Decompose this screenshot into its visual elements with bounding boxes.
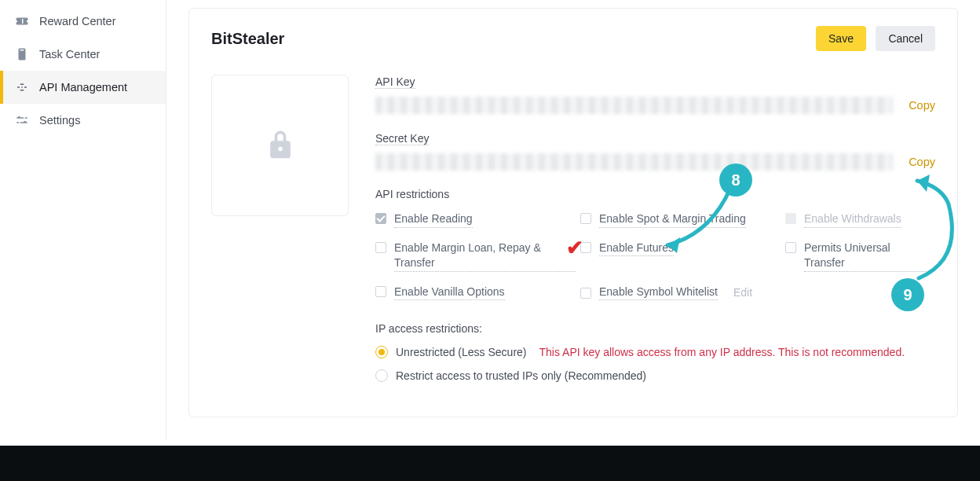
checkbox-icon[interactable] xyxy=(375,213,386,224)
radio-label: Restrict access to trusted IPs only (Rec… xyxy=(396,369,646,382)
checkbox-icon[interactable] xyxy=(580,213,591,224)
sidebar-item-label: Reward Center xyxy=(39,15,116,28)
edit-whitelist-link[interactable]: Edit xyxy=(733,286,752,299)
restriction-label: Enable Futures xyxy=(599,240,674,257)
restriction-label: Enable Vanilla Options xyxy=(394,285,505,301)
restriction-label: Enable Reading xyxy=(394,211,473,228)
cancel-button[interactable]: Cancel xyxy=(876,26,935,51)
restriction-enable-margin-loan[interactable]: Enable Margin Loan, Repay & Transfer xyxy=(375,240,576,272)
restriction-permits-universal-transfer[interactable]: Permits Universal Transfer xyxy=(785,240,927,272)
restriction-enable-reading[interactable]: Enable Reading xyxy=(375,211,576,228)
restrictions-grid: Enable Reading Enable Spot & Margin Trad… xyxy=(375,211,935,300)
sidebar-item-label: Task Center xyxy=(39,48,100,61)
radio-icon[interactable] xyxy=(375,369,388,382)
sidebar-item-reward-center[interactable]: Reward Center xyxy=(0,5,166,38)
api-key-field: API Key Copy xyxy=(375,75,935,114)
card-header: BitStealer Save Cancel xyxy=(211,26,935,51)
restriction-enable-symbol-whitelist[interactable]: Enable Symbol Whitelist Edit xyxy=(580,285,781,301)
ip-option-restricted[interactable]: Restrict access to trusted IPs only (Rec… xyxy=(375,369,935,382)
sidebar-item-task-center[interactable]: Task Center xyxy=(0,38,166,71)
restriction-enable-withdrawals[interactable]: Enable Withdrawals xyxy=(785,211,927,228)
ip-warning-text: This API key allows access from any IP a… xyxy=(539,346,905,358)
main-content: BitStealer Save Cancel API Key xyxy=(166,0,980,440)
checkbox-icon[interactable] xyxy=(375,242,386,253)
restriction-label: Permits Universal Transfer xyxy=(804,240,927,272)
secret-key-label: Secret Key xyxy=(375,132,429,145)
checkbox-icon[interactable] xyxy=(580,288,591,299)
restriction-enable-vanilla-options[interactable]: Enable Vanilla Options xyxy=(375,285,576,301)
restrictions-title: API restrictions xyxy=(375,188,935,200)
secret-key-value xyxy=(375,153,893,171)
api-key-value xyxy=(375,97,893,114)
restriction-enable-spot-margin[interactable]: Enable Spot & Margin Trading xyxy=(580,211,781,228)
copy-secret-key-button[interactable]: Copy xyxy=(909,156,935,168)
api-title: BitStealer xyxy=(211,30,284,48)
restriction-label: Enable Spot & Margin Trading xyxy=(599,211,746,228)
header-actions: Save Cancel xyxy=(816,26,935,51)
secret-key-field: Secret Key Copy xyxy=(375,131,935,171)
restriction-label: Enable Withdrawals xyxy=(804,211,901,228)
restriction-label: Enable Symbol Whitelist xyxy=(599,285,718,301)
page-footer xyxy=(0,446,980,481)
radio-label: Unrestricted (Less Secure) xyxy=(396,346,527,358)
sidebar-item-label: Settings xyxy=(39,114,80,127)
clipboard-icon xyxy=(14,46,30,62)
sidebar-item-label: API Management xyxy=(39,81,127,94)
qr-placeholder xyxy=(211,75,349,216)
checkbox-icon[interactable] xyxy=(785,242,796,253)
annotation-red-check-icon: ✔ xyxy=(566,236,583,260)
save-button[interactable]: Save xyxy=(816,26,866,51)
sidebar-item-settings[interactable]: Settings xyxy=(0,104,166,137)
restriction-label: Enable Margin Loan, Repay & Transfer xyxy=(394,240,576,272)
api-icon xyxy=(14,79,30,95)
ip-option-unrestricted[interactable]: Unrestricted (Less Secure) This API key … xyxy=(375,346,935,358)
lock-icon xyxy=(263,123,298,168)
copy-api-key-button[interactable]: Copy xyxy=(909,99,935,112)
radio-icon[interactable] xyxy=(375,346,388,358)
api-key-label: API Key xyxy=(375,75,415,89)
sidebar-item-api-management[interactable]: API Management xyxy=(0,71,166,104)
ip-restrictions-title: IP access restrictions: xyxy=(375,322,935,335)
checkbox-icon[interactable] xyxy=(375,286,386,297)
checkbox-icon xyxy=(785,213,796,224)
api-card: BitStealer Save Cancel API Key xyxy=(188,8,958,417)
sidebar: Reward Center Task Center API Management… xyxy=(0,0,166,440)
sliders-icon xyxy=(14,112,30,128)
restriction-enable-futures[interactable]: Enable Futures xyxy=(580,240,781,272)
ticket-icon xyxy=(14,13,30,29)
